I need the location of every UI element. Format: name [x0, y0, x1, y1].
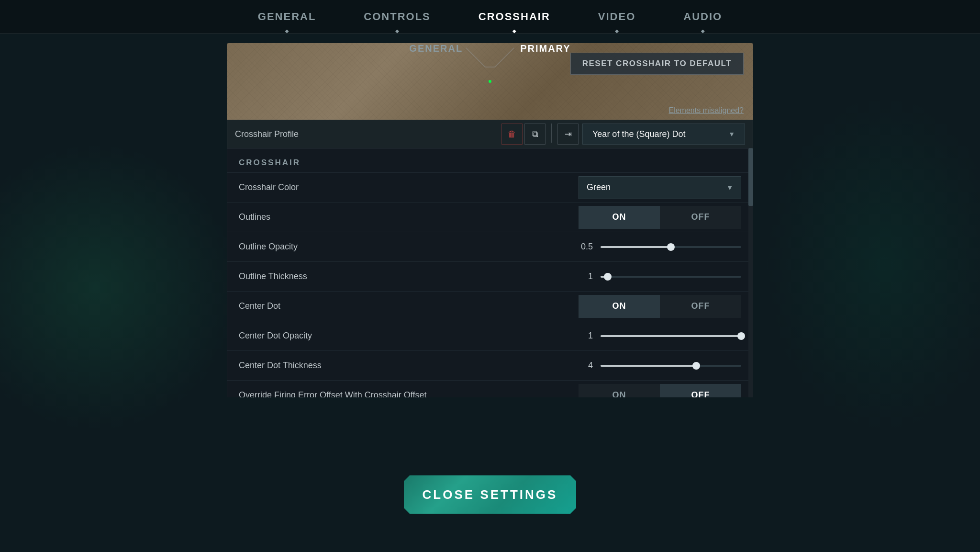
nav-item-video[interactable]: VIDEO [574, 0, 659, 34]
top-navigation: GENERAL CONTROLS CROSSHAIR VIDEO AUDIO [0, 0, 980, 34]
override-firing-error-control: On Off [579, 384, 741, 398]
center-dot-row: Center Dot On Off [227, 291, 753, 321]
override-firing-off-button[interactable]: Off [660, 384, 741, 398]
profile-dropdown-arrow: ▼ [728, 130, 735, 138]
crosshair-profile-row: Crosshair Profile 🗑 ⧉ ⇥ Year of the (Squ… [227, 120, 753, 148]
outline-opacity-label: Outline Opacity [239, 242, 579, 252]
sub-tab-primary[interactable]: PRIMARY [491, 34, 599, 64]
settings-panel: RESET CROSSHAIR TO DEFAULT Elements misa… [227, 43, 753, 397]
nav-item-general[interactable]: GENERAL [234, 0, 340, 34]
center-dot-opacity-thumb [737, 332, 745, 340]
outline-thickness-label: Outline Thickness [239, 271, 579, 282]
outline-opacity-row: Outline Opacity 0.5 [227, 232, 753, 261]
profile-dropdown[interactable]: Year of the (Square) Dot ▼ [582, 124, 745, 145]
center-dot-thickness-label: Center Dot Thickness [239, 360, 579, 371]
center-dot-thickness-control: 4 [579, 360, 741, 371]
crosshair-color-label: Crosshair Color [239, 182, 579, 192]
sub-tab-general[interactable]: GENERAL [380, 34, 491, 64]
crosshair-section-header: CROSSHAIR [227, 148, 753, 172]
center-dot-toggle-group: On Off [579, 295, 741, 318]
outlines-label: Outlines [239, 212, 579, 222]
nav-item-crosshair[interactable]: CROSSHAIR [455, 0, 574, 34]
sub-tab-bar: GENERAL PRIMARY [0, 34, 980, 64]
outline-thickness-thumb [604, 273, 612, 281]
outline-opacity-value: 0.5 [579, 242, 593, 252]
settings-content: CROSSHAIR Crosshair Color Green ▼ Outlin… [227, 148, 753, 397]
override-firing-toggle-group: On Off [579, 384, 741, 398]
override-firing-on-button[interactable]: On [579, 384, 660, 398]
outline-thickness-slider[interactable] [601, 276, 741, 278]
outline-opacity-thumb [667, 243, 675, 251]
outline-opacity-control: 0.5 [579, 242, 741, 252]
center-dot-opacity-control: 1 [579, 331, 741, 341]
center-dot-off-button[interactable]: Off [660, 295, 741, 318]
center-dot-opacity-slider[interactable] [601, 335, 741, 337]
center-dot-thickness-value: 4 [579, 360, 593, 371]
center-dot-thickness-slider[interactable] [601, 365, 741, 367]
outlines-toggle-group: On Off [579, 206, 741, 229]
override-firing-error-row: Override Firing Error Offset With Crossh… [227, 380, 753, 397]
import-profile-button[interactable]: ⇥ [557, 124, 579, 145]
elements-misaligned-link[interactable]: Elements misaligned? [668, 106, 744, 115]
crosshair-preview-dot [489, 80, 491, 83]
crosshair-color-value: Green [587, 182, 611, 192]
settings-scroll-container: CROSSHAIR Crosshair Color Green ▼ Outlin… [227, 148, 753, 397]
outlines-control: On Off [579, 206, 741, 229]
outlines-row: Outlines On Off [227, 202, 753, 232]
center-dot-label: Center Dot [239, 301, 579, 311]
profile-action-icons: 🗑 ⧉ ⇥ [501, 124, 579, 145]
import-icon: ⇥ [565, 129, 572, 139]
background-glow-left [0, 144, 239, 431]
delete-icon: 🗑 [508, 129, 516, 139]
center-dot-control: On Off [579, 295, 741, 318]
nav-item-controls[interactable]: CONTROLS [340, 0, 454, 34]
nav-item-audio[interactable]: AUDIO [659, 0, 746, 34]
override-firing-error-label: Override Firing Error Offset With Crossh… [239, 390, 579, 397]
icon-divider [551, 124, 552, 143]
scrollbar-thumb[interactable] [748, 148, 753, 206]
outline-thickness-value: 1 [579, 271, 593, 282]
center-dot-opacity-label: Center Dot Opacity [239, 331, 579, 341]
center-dot-thickness-row: Center Dot Thickness 4 [227, 350, 753, 380]
scrollbar[interactable] [748, 148, 753, 397]
crosshair-color-dropdown[interactable]: Green ▼ [579, 176, 741, 199]
outline-thickness-control: 1 [579, 271, 741, 282]
copy-icon: ⧉ [532, 129, 538, 139]
outline-thickness-row: Outline Thickness 1 [227, 261, 753, 291]
profile-label: Crosshair Profile [235, 129, 501, 139]
center-dot-thickness-thumb [692, 362, 700, 370]
delete-profile-button[interactable]: 🗑 [501, 124, 523, 145]
crosshair-color-row: Crosshair Color Green ▼ [227, 172, 753, 202]
center-dot-thickness-fill [601, 365, 696, 367]
close-settings-button[interactable]: CLOSE SETTINGS [404, 475, 576, 514]
center-dot-opacity-row: Center Dot Opacity 1 [227, 321, 753, 350]
crosshair-color-control: Green ▼ [579, 176, 741, 199]
outline-opacity-slider[interactable] [601, 246, 741, 248]
center-dot-opacity-fill [601, 335, 741, 337]
background-glow-right [765, 96, 980, 431]
center-dot-opacity-value: 1 [579, 331, 593, 341]
copy-profile-button[interactable]: ⧉ [524, 124, 546, 145]
outlines-on-button[interactable]: On [579, 206, 660, 229]
center-dot-on-button[interactable]: On [579, 295, 660, 318]
profile-selected-value: Year of the (Square) Dot [592, 129, 685, 139]
crosshair-color-dropdown-arrow: ▼ [726, 184, 733, 192]
outline-opacity-fill [601, 246, 671, 248]
outlines-off-button[interactable]: Off [660, 206, 741, 229]
